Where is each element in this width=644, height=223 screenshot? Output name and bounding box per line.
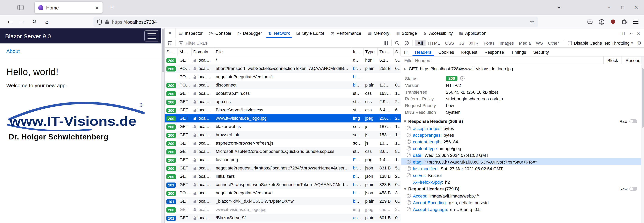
filter-type-button[interactable]: XHR bbox=[467, 40, 481, 46]
response-header-row[interactable]: accept-ranges bytes bbox=[401, 125, 644, 132]
network-request-row[interactable]: 200 GET local… BlazorServer9.styles.css … bbox=[165, 106, 401, 114]
browser-tab-home[interactable]: Home × bbox=[35, 2, 102, 14]
address-bar[interactable]: https://localhost:7284 ☆ bbox=[94, 17, 538, 27]
network-request-row[interactable]: 200 GET local… www.it-visions.de_logo.jp… bbox=[165, 114, 401, 123]
network-request-row[interactable]: 200 GET local… app.css style… css 2.99… … bbox=[165, 97, 401, 106]
response-header-row[interactable]: server Kestrel bbox=[401, 172, 644, 179]
column-header-type[interactable]: Type bbox=[364, 48, 378, 56]
header-info-icon[interactable] bbox=[406, 133, 411, 137]
throttling-dropdown[interactable]: No Throttling ▾ bbox=[605, 41, 633, 45]
column-header-status[interactable]: Status bbox=[165, 48, 178, 56]
column-header-method[interactable]: Method bbox=[178, 48, 192, 56]
filter-type-button[interactable]: CSS bbox=[443, 40, 456, 46]
disable-cache-checkbox[interactable] bbox=[568, 41, 572, 45]
column-header-initiator[interactable]: Initiator bbox=[352, 48, 364, 56]
window-minimize-icon[interactable]: – bbox=[602, 0, 616, 15]
network-request-row[interactable]: 200 GET local… blazor.web.js script js 1… bbox=[165, 123, 401, 131]
network-request-row[interactable]: 200 POST local… abort?transport=webSocke… bbox=[165, 64, 401, 73]
header-info-icon[interactable] bbox=[406, 207, 411, 211]
devtools-tab[interactable]: ≫ Console bbox=[206, 29, 234, 38]
app-hamburger-button[interactable] bbox=[144, 30, 159, 42]
tracking-shield-icon[interactable] bbox=[97, 19, 102, 25]
header-info-icon[interactable] bbox=[406, 153, 411, 157]
header-info-icon[interactable] bbox=[406, 160, 411, 164]
about-link[interactable]: About bbox=[6, 48, 20, 54]
info-question-icon[interactable] bbox=[460, 76, 464, 81]
network-request-row[interactable]: 200 GET local… aspnetcore-browser-refres… bbox=[165, 139, 401, 147]
extensions-puzzle-icon[interactable] bbox=[622, 19, 627, 25]
network-request-row[interactable]: 200 GET local… / docu… html 6.16… 5… bbox=[165, 56, 401, 64]
network-request-row[interactable]: 200 GET local… Microsoft.AspNetCore.Comp… bbox=[165, 147, 401, 156]
network-request-row[interactable]: 200 GET local… browserLink script js 153… bbox=[165, 131, 401, 139]
devtools-tab[interactable]: ▷ Debugger bbox=[234, 29, 265, 38]
response-header-row[interactable]: content-length 256184 bbox=[401, 138, 644, 145]
details-tab[interactable]: Security bbox=[530, 48, 552, 56]
pause-recording-icon[interactable] bbox=[382, 41, 390, 45]
column-header-size[interactable]: Size bbox=[394, 48, 401, 56]
devtools-tab[interactable]: ♿ Accessibility bbox=[420, 29, 456, 38]
network-request-row[interactable]: 200 GET local… www.it-visions.de_logo.jp… bbox=[165, 205, 401, 214]
search-icon[interactable] bbox=[392, 41, 402, 45]
devtools-close-icon[interactable]: × bbox=[634, 30, 642, 36]
scrollbar-thumb[interactable] bbox=[642, 68, 644, 128]
account-icon[interactable] bbox=[599, 19, 604, 25]
network-request-row[interactable]: 200 GET local… negotiate?requestUrl=http… bbox=[165, 164, 401, 172]
lock-icon[interactable] bbox=[105, 19, 109, 25]
window-maximize-icon[interactable]: □ bbox=[616, 0, 630, 15]
filter-urls-box[interactable] bbox=[176, 41, 382, 45]
filter-type-button[interactable]: Other bbox=[546, 40, 561, 46]
network-request-row[interactable]: 200 POST local… negotiate?negotiateVersi… bbox=[165, 189, 401, 197]
filter-type-button[interactable]: WS bbox=[534, 40, 545, 46]
response-header-row[interactable]: last-modified Sat, 27 Mar 2021 08:02:54 … bbox=[401, 165, 644, 172]
details-tab[interactable]: Cookies bbox=[435, 48, 458, 56]
network-request-row[interactable]: 200 POST local… disconnect blaz… plain 1… bbox=[165, 81, 401, 89]
request-header-row[interactable]: Accept image/avif,image/webp,*/* bbox=[401, 192, 644, 199]
app-brand[interactable]: Blazor Server 9.0 bbox=[5, 33, 51, 39]
block-url-icon[interactable] bbox=[402, 41, 411, 45]
filter-type-button[interactable]: All bbox=[415, 40, 425, 46]
header-info-icon[interactable] bbox=[406, 140, 411, 144]
filter-type-button[interactable]: HTML bbox=[426, 40, 442, 46]
header-info-icon[interactable] bbox=[406, 200, 411, 205]
response-headers-section[interactable]: ▼ Response Headers (268 B) Raw bbox=[401, 118, 644, 125]
panel-toggle-icon[interactable]: ◫ bbox=[401, 48, 411, 56]
network-request-row[interactable]: 200 GET local… favicon.png Favic… png 1.… bbox=[165, 156, 401, 164]
devtools-tab[interactable]: ▦ Memory bbox=[364, 29, 392, 38]
network-request-row[interactable]: 101 GET local… /BlazorServer9/ aspn… pla… bbox=[165, 214, 401, 222]
disable-cache-control[interactable]: Disable Cache bbox=[568, 41, 602, 45]
forward-icon[interactable]: → bbox=[16, 15, 27, 29]
bookmark-star-icon[interactable]: ☆ bbox=[530, 19, 534, 25]
block-button[interactable]: Block bbox=[604, 56, 622, 64]
list-all-tabs-icon[interactable]: ⌄ bbox=[557, 4, 561, 10]
response-header-row[interactable]: date Wed, 12 Jun 2024 07:41:08 GMT bbox=[401, 152, 644, 158]
tab-close-icon[interactable]: × bbox=[95, 5, 99, 11]
page-scrollbar[interactable] bbox=[161, 29, 164, 223]
split-console-icon[interactable]: ◫ bbox=[619, 30, 627, 36]
request-headers-section[interactable]: ▼ Request Headers (779 B) Raw bbox=[401, 185, 644, 192]
details-tab[interactable]: Headers bbox=[411, 48, 435, 56]
devtools-tab[interactable]: ⇅ Network bbox=[265, 29, 293, 38]
new-tab-button[interactable]: + bbox=[108, 3, 116, 11]
scrollbar-thumb[interactable] bbox=[162, 29, 164, 72]
filter-type-button[interactable]: JS bbox=[457, 40, 467, 46]
resend-button[interactable]: Resend bbox=[622, 56, 644, 64]
back-icon[interactable]: ← bbox=[5, 15, 15, 29]
pick-element-icon[interactable]: ⌖ bbox=[165, 29, 176, 38]
home-icon[interactable]: ⌂ bbox=[42, 15, 52, 29]
devtools-tab[interactable]: ◪ Style Editor bbox=[293, 29, 328, 38]
ublock-shield-icon[interactable] bbox=[610, 19, 616, 25]
twisty-closed-icon[interactable]: ▶ bbox=[404, 67, 406, 70]
response-header-row[interactable]: accept-ranges bytes bbox=[401, 132, 644, 138]
column-header-transferred[interactable]: Transferred bbox=[378, 48, 394, 56]
column-header-file[interactable]: File bbox=[214, 48, 352, 56]
header-info-icon[interactable] bbox=[406, 126, 411, 130]
request-summary-line[interactable]: ▶ GET https://localhost:7284/www.it-visi… bbox=[401, 64, 644, 73]
devtools-tab[interactable]: ▤ Inspector bbox=[176, 29, 206, 38]
network-request-row[interactable]: 101 GET local… _blazor?id=kl_dXl4U63UlWr… bbox=[165, 197, 401, 205]
request-header-row[interactable]: Accept-Language en-US,en;q=0.5 bbox=[401, 206, 644, 212]
twisty-open-icon[interactable]: ▼ bbox=[404, 187, 406, 191]
filter-type-button[interactable]: Images bbox=[497, 40, 516, 46]
firefox-view-icon[interactable] bbox=[17, 4, 24, 11]
header-info-icon[interactable] bbox=[406, 166, 411, 171]
network-settings-gear-icon[interactable]: ⚙ bbox=[634, 40, 644, 46]
